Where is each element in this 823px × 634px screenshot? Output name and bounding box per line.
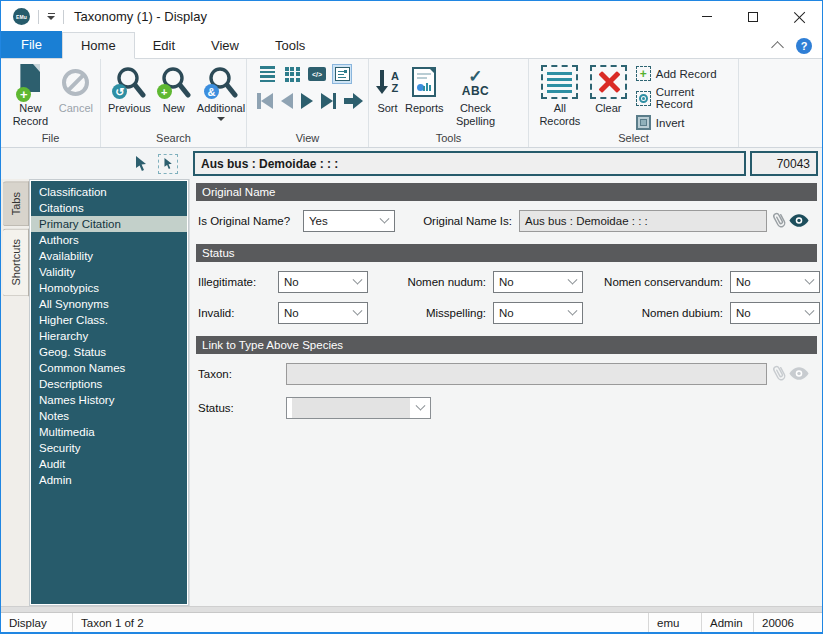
- clear-selection-button[interactable]: Clear: [587, 62, 630, 117]
- sort-button[interactable]: AZ Sort: [373, 62, 402, 117]
- code-view-button[interactable]: </>: [307, 64, 327, 84]
- misspelling-dropdown[interactable]: No: [493, 302, 583, 324]
- group-label-view: View: [251, 131, 364, 147]
- grid-view-button[interactable]: [282, 64, 302, 84]
- marquee-cursor-icon[interactable]: [158, 154, 178, 174]
- tab-shortcuts[interactable]: Shortcuts: [3, 228, 29, 296]
- nomen-dubium-dropdown[interactable]: No: [730, 302, 820, 324]
- add-record-select-label: Add Record: [656, 68, 717, 80]
- invert-selection-button[interactable]: Invert: [636, 115, 734, 130]
- maximize-button[interactable]: [730, 1, 776, 32]
- cursor-icon[interactable]: [134, 155, 149, 172]
- view-attachment-icon[interactable]: [789, 214, 809, 229]
- minimize-icon: [702, 16, 712, 17]
- invalid-dropdown[interactable]: No: [278, 302, 368, 324]
- current-record-select-button[interactable]: Current Record: [636, 86, 734, 110]
- sidebar-item-audit[interactable]: Audit: [31, 456, 187, 472]
- sidebar-item-multimedia[interactable]: Multimedia: [31, 424, 187, 440]
- original-name-is-field[interactable]: Aus bus : Demoidae : : :: [519, 210, 767, 232]
- sidebar-item-primary-citation[interactable]: Primary Citation: [31, 216, 187, 232]
- sidebar-item-admin[interactable]: Admin: [31, 472, 187, 488]
- check-spelling-button[interactable]: ✓ABC Check Spelling: [446, 62, 504, 130]
- add-record-select-button[interactable]: + Add Record: [636, 66, 734, 81]
- attachment-icon[interactable]: [769, 209, 790, 233]
- status-port: 20006: [754, 613, 822, 632]
- list-view-icon: [260, 66, 275, 82]
- divider: [63, 10, 64, 24]
- sidebar-item-availability[interactable]: Availability: [31, 248, 187, 264]
- sidebar-item-all-synonyms[interactable]: All Synonyms: [31, 296, 187, 312]
- is-original-name-dropdown[interactable]: Yes: [303, 210, 395, 232]
- search-new-icon: +: [157, 65, 191, 99]
- last-record-button[interactable]: [321, 93, 337, 109]
- quick-access-caret-icon[interactable]: [47, 13, 55, 21]
- ribbon-group-tools: AZ Sort Reports ✓ABC Check Spelling: [369, 59, 529, 147]
- goto-record-icon[interactable]: [344, 93, 363, 109]
- chevron-down-icon: [804, 305, 814, 315]
- link-status-label: Status:: [198, 402, 286, 414]
- check-spelling-icon: ✓ABC: [462, 68, 490, 97]
- ribbon-group-search: ↺ Previous + New & Additional: [101, 59, 247, 147]
- help-icon[interactable]: ?: [796, 38, 812, 54]
- new-search-button[interactable]: + New: [154, 62, 194, 117]
- close-button[interactable]: [776, 1, 822, 32]
- tab-home[interactable]: Home: [62, 32, 135, 59]
- sidebar-item-authors[interactable]: Authors: [31, 232, 187, 248]
- status-bar: Display Taxon 1 of 2 emu Admin 20006: [1, 612, 822, 632]
- section-header-link-to-type: Link to Type Above Species: [196, 336, 817, 354]
- additional-search-button[interactable]: & Additional: [194, 62, 248, 123]
- additional-dropdown-icon: [217, 117, 225, 121]
- side-tab-strip: Tabs Shortcuts: [1, 179, 29, 606]
- clear-label: Clear: [595, 102, 621, 115]
- group-label-file: File: [5, 131, 96, 147]
- sidebar-item-hierarchy[interactable]: Hierarchy: [31, 328, 187, 344]
- divider: [38, 10, 39, 24]
- title-bar: EMu Taxonomy (1) - Display: [1, 1, 822, 32]
- reports-button[interactable]: Reports: [402, 62, 447, 117]
- minimize-button[interactable]: [684, 1, 730, 32]
- nomen-conservandum-dropdown[interactable]: No: [730, 271, 820, 293]
- is-original-name-label: Is Original Name?: [198, 215, 303, 227]
- tab-view[interactable]: View: [193, 32, 257, 58]
- sidebar-item-citations[interactable]: Citations: [31, 200, 187, 216]
- status-record-position: Taxon 1 of 2: [73, 613, 649, 632]
- reports-icon: [412, 67, 436, 97]
- sidebar-item-common-names[interactable]: Common Names: [31, 360, 187, 376]
- tab-edit[interactable]: Edit: [135, 32, 193, 58]
- tab-file[interactable]: File: [1, 31, 62, 58]
- collapse-ribbon-icon[interactable]: [771, 41, 784, 54]
- nomen-nudum-label: Nomen nudum:: [368, 276, 493, 288]
- section-header-status: Status: [196, 244, 817, 262]
- list-view-button[interactable]: [257, 64, 277, 84]
- nomen-nudum-dropdown[interactable]: No: [493, 271, 583, 293]
- current-record-select-label: Current Record: [656, 86, 734, 110]
- all-records-icon: [541, 65, 578, 99]
- first-record-button: [257, 93, 273, 109]
- sidebar-item-names-history[interactable]: Names History: [31, 392, 187, 408]
- window-title: Taxonomy (1) - Display: [74, 9, 207, 24]
- sidebar-item-descriptions[interactable]: Descriptions: [31, 376, 187, 392]
- next-record-button[interactable]: [301, 93, 313, 109]
- invert-selection-label: Invert: [656, 117, 685, 129]
- reports-label: Reports: [405, 102, 444, 115]
- sidebar-item-homotypics[interactable]: Homotypics: [31, 280, 187, 296]
- nomen-conservandum-label: Nomen conservandum:: [583, 276, 730, 288]
- search-previous-icon: ↺: [112, 65, 146, 99]
- previous-search-button[interactable]: ↺ Previous: [105, 62, 154, 117]
- tab-tools[interactable]: Tools: [257, 32, 323, 58]
- sidebar-item-security[interactable]: Security: [31, 440, 187, 456]
- illegitimate-dropdown[interactable]: No: [278, 271, 368, 293]
- sidebar-item-validity[interactable]: Validity: [31, 264, 187, 280]
- sidebar-item-higher-class[interactable]: Higher Class.: [31, 312, 187, 328]
- tab-tabs[interactable]: Tabs: [3, 181, 29, 226]
- check-spelling-label: Check Spelling: [449, 102, 501, 128]
- sidebar-item-classification[interactable]: Classification: [31, 184, 187, 200]
- chevron-down-icon: [415, 400, 425, 410]
- sidebar-item-geog-status[interactable]: Geog. Status: [31, 344, 187, 360]
- group-label-tools: Tools: [373, 131, 524, 147]
- form-view-button[interactable]: [332, 64, 352, 84]
- all-records-button[interactable]: All Records: [533, 62, 587, 130]
- sidebar-item-notes[interactable]: Notes: [31, 408, 187, 424]
- new-record-button[interactable]: + New Record: [5, 62, 56, 130]
- form-view-icon: [335, 67, 350, 81]
